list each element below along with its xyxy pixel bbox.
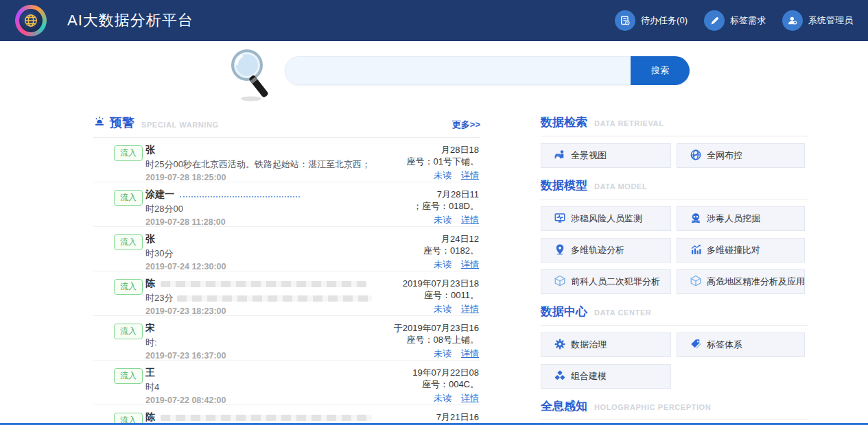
unread-link[interactable]: 未读 bbox=[434, 348, 451, 360]
detail-link[interactable]: 详情 bbox=[461, 258, 479, 271]
person-name: 张 bbox=[145, 233, 372, 245]
tag-icon bbox=[690, 338, 702, 352]
admin-user-button[interactable]: 系统管理员 bbox=[782, 10, 853, 31]
unread-link[interactable]: 未读 bbox=[434, 392, 451, 404]
person-name: 张 bbox=[145, 144, 372, 156]
admin-user-label: 系统管理员 bbox=[808, 14, 853, 27]
search-input[interactable] bbox=[285, 56, 631, 85]
combined-modeling-button[interactable]: 组合建模 bbox=[541, 364, 671, 389]
stability-risk-monitor-button[interactable]: 涉稳风险人员监测 bbox=[541, 206, 671, 231]
redaction-smudge bbox=[161, 281, 366, 287]
search-button[interactable]: 搜索 bbox=[631, 56, 690, 85]
warning-timestamp: 2019-07-28 11:28:00 bbox=[145, 217, 372, 227]
gear-icon bbox=[554, 338, 566, 352]
unread-link[interactable]: 未读 bbox=[434, 169, 451, 182]
panorama-view-icon bbox=[554, 149, 566, 163]
todo-tasks-label: 待办任务(0) bbox=[641, 14, 688, 27]
inflow-status-badge: 流入 bbox=[114, 279, 143, 295]
warning-timestamp: 2019-07-23 16:37:00 bbox=[145, 351, 372, 361]
unread-link[interactable]: 未读 bbox=[434, 303, 451, 315]
globe-icon bbox=[19, 9, 43, 32]
person-name: 陈 bbox=[145, 411, 372, 424]
section-title: 数据检索 bbox=[541, 114, 587, 130]
monitor-icon bbox=[554, 212, 566, 226]
warning-list-item: 流入 王 时4 2019-07-22 08:42:00 19年07月22日08 … bbox=[93, 361, 480, 405]
warning-date: 月24日12 bbox=[423, 233, 479, 245]
inflow-status-badge: 流入 bbox=[114, 190, 143, 206]
warning-seat: 座号：004C。 bbox=[412, 378, 479, 390]
redaction-marks bbox=[180, 192, 300, 197]
detail-link[interactable]: 详情 bbox=[461, 392, 479, 404]
bar-chart-icon bbox=[690, 243, 702, 258]
section-data-retrieval: 数据检索 DATA RETRIEVAL 全景视图 bbox=[541, 114, 808, 168]
person-name: 涂建一 bbox=[145, 189, 372, 201]
todo-tasks-icon bbox=[615, 10, 635, 31]
unread-link[interactable]: 未读 bbox=[434, 258, 451, 271]
unread-link[interactable]: 未读 bbox=[434, 214, 451, 226]
tag-system-button[interactable]: 标签体系 bbox=[677, 332, 805, 357]
warning-seat: ；座号：018D。 bbox=[413, 200, 479, 212]
redaction-smudge bbox=[177, 295, 372, 302]
section-data-center: 数据中心 DATA CENTER bbox=[541, 304, 808, 389]
warning-timestamp: 2019-07-23 18:23:00 bbox=[145, 306, 372, 316]
detail-link[interactable]: 详情 bbox=[461, 169, 479, 182]
warning-list-item: 流入 宋 时: 2019-07-23 16:37:00 于2019年07月23日… bbox=[93, 316, 480, 361]
todo-tasks-button[interactable]: 待办任务(0) bbox=[615, 10, 688, 31]
drug-personnel-mining-button[interactable]: 涉毒人员挖掘 bbox=[677, 206, 805, 231]
multi-trajectory-analysis-button[interactable]: 多维轨迹分析 bbox=[541, 238, 671, 263]
network-control-icon bbox=[690, 149, 702, 163]
section-title: 全息感知 bbox=[541, 398, 587, 414]
warning-subtitle: SPECIAL WARNING bbox=[141, 121, 219, 129]
warning-seat: 座号：08号上铺。 bbox=[394, 334, 479, 345]
warning-detail: 时23分 bbox=[145, 292, 372, 304]
detail-link[interactable]: 详情 bbox=[461, 214, 479, 226]
warning-date: 7月28日11 bbox=[413, 189, 479, 200]
modules-panel: 数据检索 DATA RETRIEVAL 全景视图 bbox=[541, 114, 808, 425]
warning-detail: 时4 bbox=[145, 381, 372, 393]
data-governance-button[interactable]: 数据治理 bbox=[541, 332, 671, 357]
high-risk-area-analysis-button[interactable]: 高危地区精准分析及应用 bbox=[677, 269, 805, 294]
section-title: 数据模型 bbox=[541, 178, 587, 193]
warning-title-row: 预警 bbox=[93, 114, 134, 131]
warning-date: 2019年07月23日18 bbox=[403, 278, 479, 289]
skull-icon bbox=[690, 212, 702, 226]
cubes-icon bbox=[554, 369, 566, 384]
tag-request-label: 标签需求 bbox=[730, 14, 766, 27]
inflow-status-badge: 流入 bbox=[114, 324, 143, 339]
section-title: 数据中心 bbox=[541, 304, 587, 319]
detail-link[interactable]: 详情 bbox=[461, 348, 479, 360]
warning-list-item: 流入 张 时30分 2019-07-24 12:30:00 月24日12 座号：… bbox=[93, 227, 480, 271]
top-navbar: AI大数据分析平台 待办任务(0) 标签需求 bbox=[0, 0, 868, 41]
warning-seat: 座号：0011。 bbox=[403, 289, 479, 301]
person-name: 陈 bbox=[145, 278, 372, 290]
tag-request-button[interactable]: 标签需求 bbox=[704, 10, 766, 31]
warning-seat: 座号：0182。 bbox=[423, 245, 479, 256]
redaction-smudge bbox=[161, 415, 372, 421]
network-control-button[interactable]: 全网布控 bbox=[677, 143, 805, 168]
warning-seat: 座号：01号下铺。 bbox=[407, 156, 479, 167]
warning-detail: 时30分 bbox=[145, 247, 372, 260]
tag-request-icon bbox=[704, 10, 725, 31]
warning-list-item: 流入 陈 时23分 2019-07-23 18:23:00 2019年07月23… bbox=[93, 271, 480, 316]
more-link[interactable]: 更多>> bbox=[452, 119, 480, 131]
recidivism-analysis-button[interactable]: 前科人员二次犯罪分析 bbox=[541, 269, 671, 294]
warning-date: 月28日18 bbox=[407, 144, 479, 156]
warning-list-item: 流入 陈 7月21日16 未读 详情 bbox=[93, 405, 480, 425]
panorama-view-button[interactable]: 全景视图 bbox=[541, 143, 671, 168]
warning-timestamp: 2019-07-22 08:42:00 bbox=[145, 396, 372, 405]
admin-user-icon bbox=[782, 10, 803, 31]
multi-collision-compare-button[interactable]: 多维碰撞比对 bbox=[677, 238, 805, 263]
warning-detail: 时28分00 bbox=[145, 203, 372, 215]
detail-link[interactable]: 详情 bbox=[461, 303, 479, 315]
section-data-model: 数据模型 DATA MODEL 涉稳风险人员监测 bbox=[541, 178, 808, 294]
divider bbox=[541, 136, 808, 136]
person-name: 王 bbox=[145, 367, 372, 379]
inflow-status-badge: 流入 bbox=[114, 368, 143, 384]
section-holographic-perception: 全息感知 HOLOGRAPHIC PERCEPTION bbox=[541, 398, 808, 425]
magnifier-graphic bbox=[226, 47, 277, 106]
inflow-status-badge: 流入 bbox=[114, 234, 143, 250]
inflow-status-badge: 流入 bbox=[114, 145, 143, 161]
warning-date: 19年07月22日08 bbox=[412, 367, 479, 378]
section-subtitle: HOLOGRAPHIC PERCEPTION bbox=[594, 403, 711, 411]
page-title: AI大数据分析平台 bbox=[67, 10, 193, 31]
